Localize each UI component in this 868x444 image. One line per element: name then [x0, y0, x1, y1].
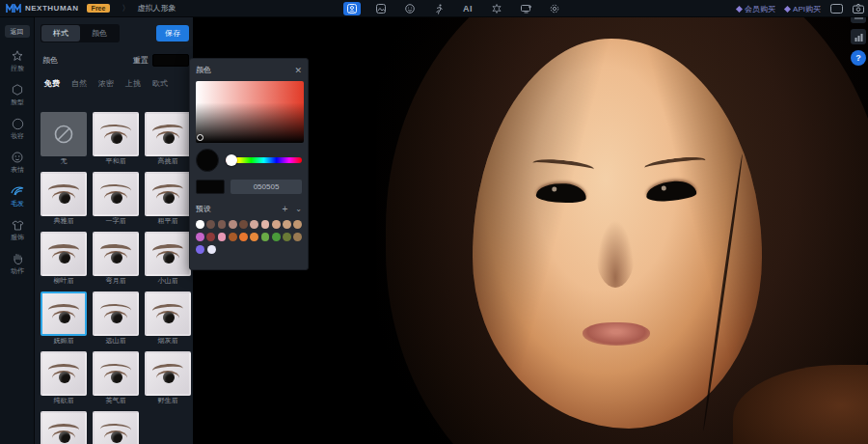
current-color-swatch[interactable]	[152, 54, 189, 67]
left-sidebar: 返回 捏脸 脸型 妆容 表情	[0, 17, 35, 444]
preset-color-swatch[interactable]	[293, 220, 302, 229]
sidebar-item-nieLian[interactable]: 捏脸	[0, 43, 35, 77]
preset-color-swatch[interactable]	[283, 220, 291, 229]
style-option[interactable]	[41, 411, 87, 444]
tab-style[interactable]: 样式	[41, 25, 80, 42]
preset-color-swatch[interactable]	[206, 220, 215, 229]
hair-icon	[11, 184, 24, 198]
no-style-icon	[41, 112, 87, 156]
preset-color-swatch[interactable]	[207, 245, 216, 254]
style-option[interactable]: 小山眉	[145, 232, 191, 286]
sidebar-item-lianXing[interactable]: 脸型	[0, 77, 35, 111]
color-row: 颜色 重置	[35, 48, 193, 72]
style-option[interactable]: 妩媚眉	[41, 291, 87, 346]
options-panel: 样式 颜色 保存 颜色 重置 免费 自然 浓密 上挑 欧式 无平和眉高挑眉典雅眉…	[35, 17, 193, 444]
sidebar-item-zhuangRong[interactable]: 妆容	[0, 111, 35, 145]
avatar-icon[interactable]	[343, 2, 361, 15]
member-link[interactable]: 会员购买	[737, 4, 775, 14]
sidebar-item-maoFa[interactable]: 毛发	[0, 179, 35, 212]
eyebrow-thumbnail	[145, 112, 191, 156]
style-option[interactable]: 平和眉	[93, 112, 139, 166]
preset-color-swatch[interactable]	[272, 233, 281, 241]
tab-group: 样式 颜色	[41, 24, 120, 42]
category-thick[interactable]: 浓密	[95, 76, 118, 91]
preset-color-swatch[interactable]	[261, 233, 270, 241]
reset-link[interactable]: 重置	[133, 55, 149, 66]
style-option[interactable]: 高挑眉	[145, 112, 191, 166]
popup-header: 颜色 ✕	[196, 65, 302, 75]
hue-row	[196, 149, 302, 172]
style-option[interactable]: 英气眉	[93, 351, 139, 405]
sidebar-item-dongZuo[interactable]: 动作	[0, 246, 35, 280]
diamond-icon	[736, 5, 743, 12]
popup-title: 颜色	[196, 65, 211, 75]
close-icon[interactable]: ✕	[294, 67, 302, 74]
preset-swatch-row	[196, 233, 302, 241]
eyebrow-thumbnail	[93, 291, 139, 336]
style-none-option[interactable]: 无	[41, 112, 87, 166]
style-option[interactable]	[93, 411, 139, 444]
shirt-icon	[11, 218, 24, 232]
star-icon	[11, 49, 24, 63]
style-option[interactable]: 柳叶眉	[41, 232, 87, 286]
saturation-value-area[interactable]	[196, 81, 304, 143]
add-preset-icon[interactable]: +	[282, 206, 287, 213]
sv-selector-dot[interactable]	[197, 134, 203, 141]
style-option[interactable]: 弯月眉	[93, 232, 139, 286]
hex-input[interactable]: 050505	[231, 180, 302, 194]
effects-icon[interactable]	[488, 2, 505, 15]
hand-icon	[11, 252, 24, 265]
preset-color-swatch[interactable]	[206, 233, 215, 241]
preset-color-swatch[interactable]	[272, 220, 281, 229]
preset-color-swatch[interactable]	[196, 233, 204, 241]
save-button[interactable]: 保存	[156, 25, 189, 42]
breadcrumb-separator: 〉	[122, 3, 129, 14]
style-option[interactable]: 烟灰眉	[145, 291, 191, 346]
category-western[interactable]: 欧式	[149, 76, 172, 91]
image-icon[interactable]	[372, 2, 390, 15]
emoji-icon[interactable]	[401, 2, 419, 15]
preset-color-swatch[interactable]	[283, 233, 291, 241]
chart-icon[interactable]	[851, 29, 866, 44]
preset-color-swatch[interactable]	[196, 220, 204, 229]
sidebar-item-biaoQing[interactable]: 表情	[0, 145, 35, 179]
back-button[interactable]: 返回	[5, 25, 30, 38]
screen-icon[interactable]	[517, 2, 534, 15]
preset-color-swatch[interactable]	[250, 220, 258, 229]
preset-color-swatch[interactable]	[261, 220, 270, 229]
hue-handle[interactable]	[226, 154, 237, 166]
style-option[interactable]: 典雅眉	[41, 172, 87, 226]
preset-color-swatch[interactable]	[218, 220, 227, 229]
style-option[interactable]: 野生眉	[145, 351, 191, 405]
hue-slider[interactable]	[226, 157, 302, 163]
preset-color-swatch[interactable]	[229, 220, 237, 229]
chevron-down-icon[interactable]: ⌄	[295, 205, 302, 213]
window-icon[interactable]	[830, 4, 843, 14]
ai-icon[interactable]: AI	[459, 2, 476, 15]
preset-color-swatch[interactable]	[239, 220, 248, 229]
settings-icon[interactable]	[546, 2, 563, 15]
preset-swatch-row	[196, 220, 302, 229]
category-free[interactable]: 免费	[41, 76, 64, 91]
preset-color-swatch[interactable]	[196, 245, 204, 254]
camera-icon[interactable]	[853, 4, 864, 14]
eyebrow-thumbnail	[41, 291, 87, 336]
preset-color-swatch[interactable]	[250, 233, 258, 241]
category-arched[interactable]: 上挑	[122, 76, 145, 91]
preset-color-swatch[interactable]	[218, 233, 227, 241]
style-option[interactable]: 纯欲眉	[41, 351, 87, 405]
api-link[interactable]: API购买	[785, 4, 821, 14]
style-option[interactable]: 远山眉	[93, 291, 139, 346]
help-icon[interactable]: ?	[851, 50, 866, 66]
category-natural[interactable]: 自然	[68, 76, 91, 91]
tab-color[interactable]: 颜色	[80, 25, 119, 42]
style-option[interactable]: 粗平眉	[145, 172, 191, 226]
style-option-label: 烟灰眉	[145, 336, 191, 346]
preset-color-swatch[interactable]	[239, 233, 248, 241]
style-option[interactable]: 一字眉	[93, 172, 139, 226]
motion-icon[interactable]	[430, 2, 448, 15]
sidebar-item-fuShi[interactable]: 服饰	[0, 212, 35, 246]
preset-color-swatch[interactable]	[293, 233, 302, 241]
preset-color-swatch[interactable]	[229, 233, 237, 241]
logo: NEXTHUMAN Free 〉 虚拟人形象	[0, 3, 176, 14]
